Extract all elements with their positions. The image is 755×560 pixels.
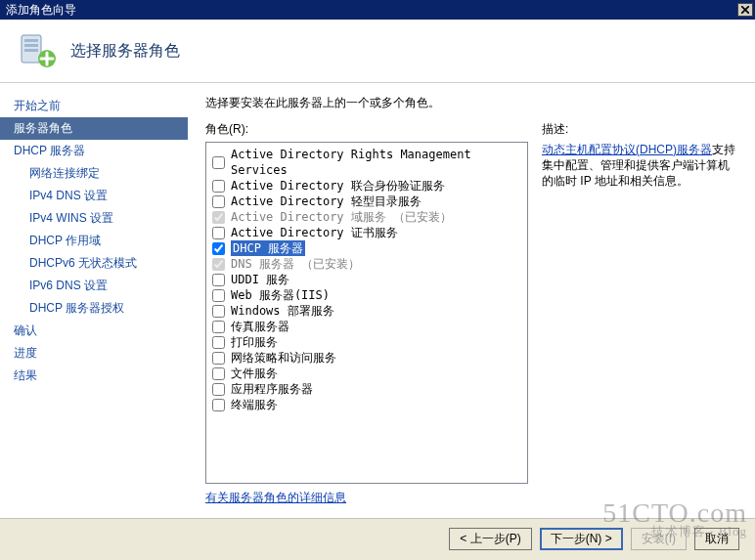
description-text: 动态主机配置协议(DHCP)服务器支持集中配置、管理和提供客户端计算机的临时 I… — [542, 142, 735, 189]
roles-listbox[interactable]: Active Directory Rights Management Servi… — [205, 142, 528, 484]
sidebar-item[interactable]: 确认 — [0, 320, 188, 342]
role-item[interactable]: 打印服务 — [212, 334, 521, 350]
role-checkbox[interactable] — [212, 227, 225, 239]
main-panel: 选择要安装在此服务器上的一个或多个角色。 角色(R): Active Direc… — [188, 83, 755, 518]
role-checkbox[interactable] — [212, 195, 225, 208]
role-item[interactable]: Active Directory 轻型目录服务 — [212, 194, 521, 209]
role-label: 传真服务器 — [231, 319, 289, 334]
role-checkbox — [212, 211, 225, 224]
more-info-row: 有关服务器角色的详细信息 — [205, 490, 528, 506]
role-checkbox[interactable] — [212, 399, 225, 411]
sidebar-item[interactable]: DHCPv6 无状态模式 — [0, 252, 188, 275]
install-button: 安装(I) — [631, 528, 687, 550]
role-label: 网络策略和访问服务 — [231, 350, 336, 366]
role-label: Active Directory 域服务 （已安装） — [231, 209, 452, 225]
sidebar-item[interactable]: DHCP 服务器 — [0, 140, 188, 162]
role-checkbox[interactable] — [212, 274, 225, 286]
role-label: 文件服务 — [231, 366, 278, 381]
svg-rect-3 — [24, 49, 38, 52]
role-item[interactable]: Windows 部署服务 — [212, 303, 521, 319]
role-checkbox[interactable] — [212, 336, 225, 349]
role-checkbox[interactable] — [212, 242, 225, 255]
role-label: DNS 服务器 （已安装） — [231, 256, 360, 272]
window-title: 添加角色向导 — [6, 2, 76, 19]
description-link[interactable]: 动态主机配置协议(DHCP)服务器 — [542, 143, 712, 156]
role-label: Windows 部署服务 — [231, 303, 334, 319]
svg-rect-1 — [24, 39, 38, 42]
back-button[interactable]: < 上一步(P) — [449, 528, 531, 550]
wizard-header: 选择服务器角色 — [0, 20, 755, 83]
sidebar-item[interactable]: 结果 — [0, 365, 188, 387]
sidebar-item[interactable]: IPv4 WINS 设置 — [0, 207, 188, 230]
role-item[interactable]: UDDI 服务 — [212, 272, 521, 287]
close-icon — [741, 6, 749, 14]
role-label: Active Directory 联合身份验证服务 — [231, 178, 445, 194]
close-button[interactable] — [737, 3, 753, 17]
role-checkbox[interactable] — [212, 352, 225, 365]
sidebar-item[interactable]: 进度 — [0, 342, 188, 365]
next-button[interactable]: 下一步(N) > — [540, 528, 623, 550]
role-item[interactable]: 传真服务器 — [212, 319, 521, 334]
role-item: DNS 服务器 （已安装） — [212, 256, 521, 272]
role-item[interactable]: 文件服务 — [212, 366, 521, 381]
role-label: 应用程序服务器 — [231, 381, 313, 397]
sidebar-item[interactable]: 服务器角色 — [0, 117, 188, 140]
description-heading: 描述: — [542, 121, 735, 138]
role-item[interactable]: Web 服务器(IIS) — [212, 287, 521, 303]
role-checkbox[interactable] — [212, 367, 225, 380]
role-label: DHCP 服务器 — [231, 240, 305, 256]
role-item[interactable]: DHCP 服务器 — [212, 240, 521, 256]
role-checkbox[interactable] — [212, 383, 225, 396]
role-checkbox[interactable] — [212, 305, 225, 318]
role-item: Active Directory 域服务 （已安装） — [212, 209, 521, 225]
sidebar-item[interactable]: 网络连接绑定 — [0, 162, 188, 185]
sidebar-item[interactable]: IPv4 DNS 设置 — [0, 185, 188, 207]
sidebar-item[interactable]: DHCP 服务器授权 — [0, 297, 188, 320]
role-checkbox[interactable] — [212, 321, 225, 333]
role-checkbox — [212, 258, 225, 271]
role-checkbox[interactable] — [212, 289, 225, 302]
wizard-sidebar: 开始之前服务器角色DHCP 服务器网络连接绑定IPv4 DNS 设置IPv4 W… — [0, 83, 188, 518]
role-label: Active Directory 证书服务 — [231, 225, 398, 240]
wizard-footer: < 上一步(P) 下一步(N) > 安装(I) 取消 — [0, 518, 755, 559]
role-label: Active Directory Rights Management Servi… — [231, 147, 521, 178]
role-item[interactable]: 终端服务 — [212, 397, 521, 412]
role-item[interactable]: Active Directory Rights Management Servi… — [212, 147, 521, 178]
role-checkbox[interactable] — [212, 180, 225, 193]
server-role-icon — [18, 31, 57, 70]
description-panel: 描述: 动态主机配置协议(DHCP)服务器支持集中配置、管理和提供客户端计算机的… — [542, 121, 745, 518]
role-item[interactable]: Active Directory 证书服务 — [212, 225, 521, 240]
page-title: 选择服务器角色 — [70, 41, 180, 62]
cancel-button[interactable]: 取消 — [694, 528, 739, 550]
role-label: 打印服务 — [231, 334, 278, 350]
titlebar: 添加角色向导 — [0, 0, 755, 20]
role-label: UDDI 服务 — [231, 272, 289, 287]
sidebar-item[interactable]: DHCP 作用域 — [0, 230, 188, 252]
role-label: 终端服务 — [231, 397, 278, 412]
role-label: Web 服务器(IIS) — [231, 287, 330, 303]
roles-label: 角色(R): — [205, 121, 528, 138]
role-item[interactable]: Active Directory 联合身份验证服务 — [212, 178, 521, 194]
sidebar-item[interactable]: 开始之前 — [0, 95, 188, 117]
role-label: Active Directory 轻型目录服务 — [231, 194, 422, 209]
role-item[interactable]: 网络策略和访问服务 — [212, 350, 521, 366]
sidebar-item[interactable]: IPv6 DNS 设置 — [0, 275, 188, 297]
svg-rect-2 — [24, 44, 38, 47]
instruction-text: 选择要安装在此服务器上的一个或多个角色。 — [205, 95, 745, 111]
role-checkbox[interactable] — [212, 156, 225, 169]
more-info-link[interactable]: 有关服务器角色的详细信息 — [205, 491, 346, 504]
role-item[interactable]: 应用程序服务器 — [212, 381, 521, 397]
